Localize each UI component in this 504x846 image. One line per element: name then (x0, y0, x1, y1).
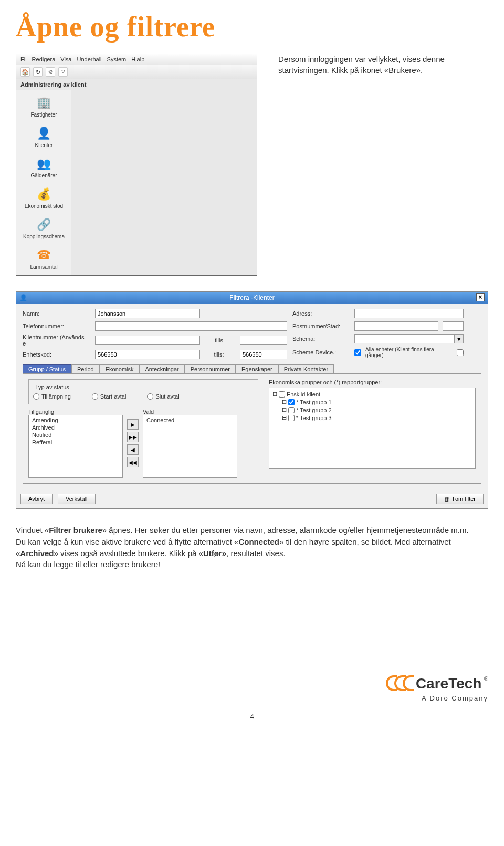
logo-subtitle: A Doro Company (16, 694, 488, 702)
input-namn[interactable] (95, 309, 200, 318)
tree-item[interactable]: ⊟ * Test grupp 3 (271, 414, 473, 422)
sidebar-label: Kopplingsschema (23, 234, 65, 239)
menu-edit[interactable]: Redigera (32, 56, 56, 62)
radio-slut[interactable]: Slut avtal (147, 393, 179, 400)
menu-system[interactable]: System (107, 56, 127, 62)
menubar: Fil Redigera Visa Underhåll System Hjälp (16, 54, 257, 65)
instructions-text: Vinduet «Filtrer brukere» åpnes. Her søk… (16, 525, 472, 570)
sidebar-item-larm[interactable]: ☎ Larmsamtal (19, 248, 69, 270)
input-schema[interactable] (354, 334, 454, 343)
logo-brand: CareTech (416, 675, 482, 692)
tab-content: Typ av status Tillämpning Start avtal Sl… (23, 373, 481, 484)
schema-dropdown-button[interactable]: ▾ (454, 334, 464, 343)
input-postnr[interactable] (354, 321, 438, 331)
input-klientnr-from[interactable] (95, 336, 200, 345)
label-schemedev: Scheme Device.: (292, 349, 350, 356)
dialog-title-text: Filtrera -Klienter (229, 294, 274, 301)
menu-maintain[interactable]: Underhåll (77, 56, 101, 62)
sidebar-label: Fastigheter (30, 112, 57, 118)
label-tills2: tills: (204, 351, 236, 358)
sidebar: 🏢 Fastigheter 👤 Klienter 👥 Gäldenärer 💰 … (16, 90, 71, 275)
list-item[interactable]: Archived (30, 424, 121, 431)
label-grupper: Ekonomiska grupper och (*) rapportgruppe… (269, 379, 476, 385)
clear-filter-button[interactable]: 🗑 Töm filter (436, 494, 484, 504)
radio-tillampning[interactable]: Tillämpning (33, 393, 71, 400)
tab-privata[interactable]: Privata Kontakter (278, 364, 334, 373)
list-item[interactable]: Connected (144, 416, 236, 424)
toolbar-btn-1[interactable]: 🏠 (20, 67, 30, 77)
sidebar-title: Administrering av klient (16, 79, 257, 90)
listbox-available[interactable]: Amending Archived Notified Refferal (28, 415, 123, 478)
cancel-button[interactable]: Avbryt (20, 494, 52, 504)
label-tills: tills (204, 337, 236, 343)
close-button[interactable]: × (476, 293, 485, 301)
menu-help[interactable]: Hjälp (131, 56, 144, 62)
menu-file[interactable]: Fil (20, 56, 27, 62)
radio-start[interactable]: Start avtal (92, 393, 127, 400)
tab-anteckningar[interactable]: Anteckningar (140, 364, 185, 373)
input-adress[interactable] (354, 309, 464, 318)
sidebar-label: Gäldenärer (30, 173, 57, 179)
toolbar: 🏠 ↻ ⛭ ? (16, 65, 257, 79)
tree-item[interactable]: ⊟ * Test grupp 2 (271, 406, 473, 414)
page-number: 4 (16, 713, 488, 720)
tab-personnummer[interactable]: Personnummer (185, 364, 236, 373)
logo-arcs-icon (386, 675, 411, 691)
add-button[interactable]: ▶ (127, 419, 139, 430)
person-icon: 👤 (37, 126, 51, 141)
money-icon: 💰 (37, 187, 51, 202)
input-stad[interactable] (443, 321, 464, 331)
sidebar-item-galdenarer[interactable]: 👥 Gäldenärer (19, 156, 69, 179)
list-item[interactable]: Refferal (30, 438, 121, 446)
brand-logo: CareTech ® A Doro Company (16, 675, 488, 702)
toolbar-btn-2[interactable]: ↻ (33, 67, 43, 77)
main-app-window: Fil Redigera Visa Underhåll System Hjälp… (16, 54, 257, 276)
tree-item[interactable]: ⊟ * Test grupp 1 (271, 398, 473, 406)
tab-grupp-status[interactable]: Grupp / Status (23, 364, 71, 373)
phone-icon: ☎ (37, 248, 51, 263)
tree-item[interactable]: ⊟ Enskild klient (271, 390, 473, 398)
remove-button[interactable]: ◀ (127, 444, 139, 455)
input-klientnr-to[interactable] (240, 336, 287, 345)
label-schema: Schema: (292, 336, 350, 342)
checkbox-alla[interactable] (457, 349, 464, 356)
remove-all-button[interactable]: ◀◀ (127, 457, 139, 467)
input-enhet-to[interactable] (240, 350, 287, 359)
tab-period[interactable]: Period (71, 364, 100, 373)
list-item[interactable]: Notified (30, 431, 121, 438)
intro-text: Dersom innloggingen var vellykket, vises… (278, 54, 462, 76)
fieldset-title: Typ av status (33, 384, 71, 390)
tab-ekonomisk[interactable]: Ekonomisk (100, 364, 140, 373)
checkbox-schemedev[interactable] (354, 349, 361, 356)
dialog-titlebar: 👤 Filtrera -Klienter × (16, 292, 488, 304)
sidebar-label: Larmsamtal (30, 264, 57, 270)
client-icon: 👤 (19, 294, 27, 301)
label-tillganglig: Tillgänglig (28, 409, 123, 415)
group-treebox[interactable]: ⊟ Enskild klient ⊟ * Test grupp 1 ⊟ * Te… (269, 388, 476, 469)
input-telefon[interactable] (95, 321, 287, 331)
sidebar-item-ekonomiskt[interactable]: 💰 Ekonomiskt stöd (19, 187, 69, 209)
label-alla: Alla enheter (Klient finns flera gånger) (365, 347, 453, 358)
status-fieldset: Typ av status Tillämpning Start avtal Sl… (28, 379, 258, 404)
menu-view[interactable]: Visa (60, 56, 71, 62)
label-enhet: Enhetskod: (23, 351, 91, 358)
apply-button[interactable]: Verkställ (58, 494, 96, 504)
listbox-selected[interactable]: Connected (143, 415, 237, 478)
toolbar-btn-3[interactable]: ⛭ (46, 67, 55, 77)
tab-egenskaper[interactable]: Egenskaper (236, 364, 278, 373)
input-enhet-from[interactable] (95, 350, 200, 359)
label-vald: Vald (143, 409, 237, 415)
label-postnr: Postnummer/Stad: (292, 323, 350, 329)
toolbar-btn-4[interactable]: ? (58, 67, 68, 77)
add-all-button[interactable]: ▶▶ (127, 432, 139, 442)
label-adress: Adress: (292, 310, 350, 317)
list-item[interactable]: Amending (30, 416, 121, 424)
sidebar-label: Ekonomiskt stöd (25, 203, 63, 209)
label-klientnr: Klientnummer (Används e (23, 334, 91, 347)
link-icon: 🔗 (37, 217, 51, 232)
sidebar-label: Klienter (35, 142, 53, 148)
building-icon: 🏢 (37, 96, 51, 110)
sidebar-item-fastigheter[interactable]: 🏢 Fastigheter (19, 96, 69, 118)
sidebar-item-kopplings[interactable]: 🔗 Kopplingsschema (19, 217, 69, 239)
sidebar-item-klienter[interactable]: 👤 Klienter (19, 126, 69, 148)
